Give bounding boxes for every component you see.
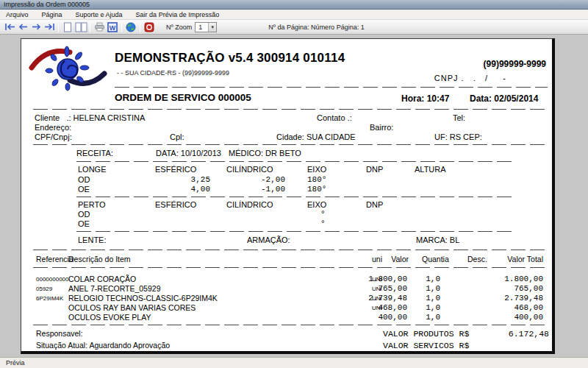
col-dnp: DNP [366,200,383,209]
item-ref: 05929 [36,286,52,292]
toolbar: W Nº Zoom 1 ▼ Nº da Página: Número Págin… [0,20,588,35]
item-total: 468,00 [484,303,543,312]
item-quantia: 1,0 [396,294,440,302]
prescription-date: DATA: 10/10/2013 [156,149,221,158]
menu-pagina[interactable]: Página [42,11,62,18]
item-desc: RELOGIO TECHNOS-CLASSIC-6P29IM4K [68,294,218,302]
item-ref: 0000000000 [36,276,69,283]
exit-icon[interactable] [143,21,156,33]
window-title: Impressão da Ordem 000005 [4,1,90,8]
products-total-value: 6.172,48 [492,329,549,339]
client-tel-label: Tel: [453,113,465,122]
divider [33,250,548,250]
company-phone: (99)99999-9999 [484,59,546,69]
longe-od-esf: 3,25 [166,175,210,184]
menubar: Arquivo Página Suporte e Ajuda Sair da P… [0,10,588,20]
app-window: Impressão da Ordem 000005 Arquivo Página… [0,0,588,368]
zoom-label: Nº Zoom [166,24,192,31]
longe-oe-esf: 4,00 [166,185,210,194]
company-title: DEMONSTRAÇÃO v5.4 300914 010114 [115,51,345,66]
statusbar-text: Prévia [6,359,25,367]
menu-arquivo[interactable]: Arquivo [6,11,29,18]
item-desc: OCULOS EVOKE PLAY [68,313,151,322]
cnpj-field: CNPJ . . / - [434,74,506,82]
longe-od-eixo: 180° [307,175,326,184]
divider [76,197,515,197]
item-total: 2.739,48 [484,294,543,302]
web-icon[interactable] [124,21,137,33]
services-total-label: VALOR SERVICOS R$ [383,341,469,350]
prescription-label: RECEITA: [76,149,113,158]
item-quantia: 1,0 [396,284,440,293]
divider [33,267,548,268]
status-line: Situação Atual: Aguardando Aprovação [36,341,170,350]
item-quantia: 1,0 [396,313,440,322]
single-page-icon[interactable] [61,21,74,33]
perto-od-label: OD [78,210,90,219]
company-subtitle: - - SUA CIDADE-RS - (99)99999-9999 [117,69,229,77]
col-quantia: Quantia [422,255,449,263]
client-contact-label: Contato .: [317,113,352,122]
col-eixo: EIXO [307,165,326,174]
zoom-value: 1 [198,24,202,31]
menu-suporte-e-ajuda[interactable]: Suporte e Ajuda [76,11,123,18]
item-total: 1.800,00 [484,275,543,283]
chevron-down-icon[interactable]: ▼ [208,23,216,32]
item-desc: COLAR CORAÇÃO [68,275,136,283]
col-esferico: ESFÉRICO [155,165,196,174]
next-page-icon[interactable] [29,21,43,33]
print-icon[interactable] [93,21,106,33]
toolbar-separator [121,22,122,32]
item-desc: OCULOS RAY BAN VARIAS CORES [68,303,196,312]
client-name: Cliente .: HELENA CRISTINA [35,113,145,122]
order-date: Data: 02/05/2014 [470,93,538,104]
longe-oe-label: OE [78,185,90,194]
window-titlebar[interactable]: Impressão da Ordem 000005 [0,0,588,10]
prescription-doctor: MÉDICO: DR BETO [229,149,301,158]
client-city: Cidade: SUA CIDADE [276,132,356,141]
col-esferico: ESFÉRICO [155,200,196,209]
svg-text:W: W [110,24,116,31]
zoom-select[interactable]: 1 ▼ [195,22,217,32]
previous-page-icon[interactable] [16,21,29,33]
col-altura: ALTURA [415,165,446,174]
client-cpf-label: CPF/Cnpj: [35,132,72,141]
last-page-icon[interactable] [43,21,56,33]
company-logo [27,43,108,91]
divider [33,325,548,325]
toolbar-separator [90,22,90,32]
word-export-icon[interactable]: W [106,21,119,33]
longe-label: LONGE [78,165,107,174]
col-cilindrico: CILÍNDRICO [226,165,273,174]
col-valor: Valor [352,255,409,263]
print-preview-area[interactable]: DEMONSTRAÇÃO v5.4 300914 010114 - - SUA … [0,35,588,357]
marca-value: MARCA: BL [416,236,459,244]
toolbar-separator [58,22,59,32]
item-desc: ANEL 7-RECORTE_05929 [68,284,160,293]
two-page-icon[interactable] [74,21,87,33]
item-total: 765,00 [484,284,543,293]
responsible-label: Responsavel: [36,329,83,338]
perto-od-eixo: ° [320,210,326,219]
products-total-label: VALOR PRODUTOS R$ [383,329,469,339]
item-total: 400,00 [484,313,543,322]
longe-oe-eixo: 180° [307,185,326,194]
perto-label: PERTO [78,200,106,209]
order-title: ORDEM DE SERVICO 000005 [115,92,251,103]
divider [76,231,515,232]
col-descricao: Descrição do Item [68,255,131,263]
statusbar: Prévia [0,357,588,368]
menu-sair-da-previa[interactable]: Sair da Prévia de Impressão [136,11,220,18]
longe-od-label: OD [78,175,90,184]
toolbar-separator [140,22,140,32]
perto-oe-label: OE [78,219,90,228]
divider [76,161,515,162]
item-ref: 6P29IM4K [36,295,63,302]
col-cilindrico: CILÍNDRICO [226,200,273,209]
perto-oe-eixo: ° [320,219,326,228]
divider [33,109,548,110]
item-quantia: 1,0 [396,303,440,312]
first-page-icon[interactable] [3,21,16,33]
divider [33,144,548,145]
client-district-label: Bairro: [370,123,393,132]
